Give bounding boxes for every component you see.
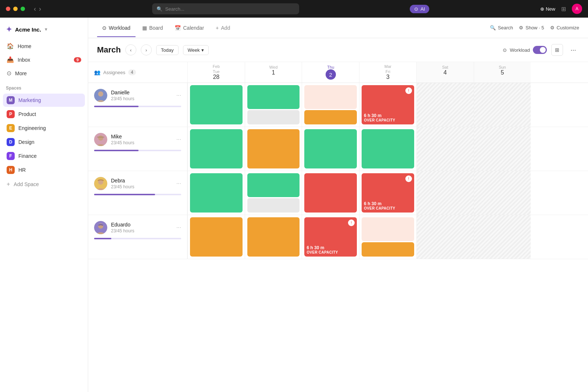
debra-progress-fill: [94, 194, 155, 195]
workspace-name: Acme Inc.: [15, 26, 41, 33]
filter-button[interactable]: ⊞: [551, 44, 563, 56]
ai-button[interactable]: ⊙ AI: [410, 5, 429, 13]
danielle-day-wed: [245, 83, 302, 127]
calendar-tab-icon: 📅: [175, 25, 181, 31]
user-avatar[interactable]: A: [572, 4, 582, 14]
danielle-more-button[interactable]: ···: [176, 92, 181, 99]
sidebar-item-more-label: More: [15, 70, 27, 76]
tab-add-button[interactable]: + Add: [211, 22, 235, 34]
mike-progress-fill: [94, 150, 139, 151]
week-selector[interactable]: Week ▾: [183, 45, 209, 55]
tab-board[interactable]: ▦ Board: [137, 22, 168, 34]
sidebar-item-marketing[interactable]: M Marketing: [3, 94, 85, 107]
danielle-name: Danielle: [111, 90, 134, 95]
date-num-5: 5: [501, 69, 504, 76]
debra-name: Debra: [111, 178, 134, 184]
debra-task-thu: [304, 173, 357, 213]
filter-icon: ⊞: [555, 47, 559, 53]
sidebar-item-inbox[interactable]: 📥 Inbox 9: [3, 53, 85, 66]
maximize-dot[interactable]: [21, 7, 25, 11]
global-search[interactable]: 🔍 Search...: [152, 3, 299, 14]
sidebar-item-design[interactable]: D Design: [3, 135, 85, 149]
danielle-task-tue: [190, 85, 243, 124]
debra-capacity-time: 6 h 30 m: [364, 201, 412, 206]
date-col-sat4: Sat 4: [416, 62, 474, 83]
danielle-hours: 23/45 hours: [111, 96, 134, 101]
week-label: Week: [188, 47, 200, 53]
debra-task-fri: ! 6 h 30 m OVER CAPACITY: [362, 173, 414, 213]
add-tab-label: Add: [221, 25, 230, 31]
workload-area: March ‹ › Today Week ▾ ⊙ Workload ⊞: [88, 38, 588, 392]
new-label: New: [546, 6, 555, 12]
eduardo-day-tue: [187, 215, 245, 259]
sidebar-item-engineering[interactable]: E Engineering: [3, 121, 85, 135]
today-button[interactable]: Today: [156, 45, 179, 55]
eduardo-day-sat: [416, 215, 474, 259]
sidebar-item-more[interactable]: ⊙ More: [3, 67, 85, 80]
date-col-thu2: Thu 2: [302, 62, 359, 83]
debra-more-button[interactable]: ···: [176, 180, 181, 187]
danielle-day-thu: [302, 83, 359, 127]
over-capacity-time: 6 h 30 m: [364, 113, 412, 118]
forward-button[interactable]: ›: [39, 5, 41, 13]
hr-dot: H: [7, 166, 15, 174]
sidebar-item-hr[interactable]: H HR: [3, 163, 85, 177]
date-month-mar: Mar: [384, 64, 391, 69]
debra-day-tue: [187, 171, 245, 215]
tab-calendar[interactable]: 📅 Calendar: [169, 22, 209, 34]
window-controls: [6, 7, 25, 11]
marketing-dot: M: [7, 96, 15, 104]
workload-grid: 👥 Assignees 4 Feb Tue 28: [88, 62, 588, 392]
next-month-button[interactable]: ›: [141, 44, 152, 55]
mike-day-fri: [359, 127, 416, 171]
date-num-3: 3: [386, 74, 390, 80]
mike-day-tue: [187, 127, 245, 171]
sidebar-item-home[interactable]: 🏠 Home: [3, 40, 85, 52]
workspace-chevron-icon: ▾: [45, 27, 47, 32]
debra-task-wed-1: [247, 173, 300, 197]
workload-header-right: ⊙ Workload ⊞ ···: [503, 44, 579, 56]
search-button[interactable]: 🔍 Search: [490, 25, 513, 30]
date-col-sun5: Sun 5: [474, 62, 531, 83]
date-dayname-tue: Tue: [213, 69, 220, 74]
eduardo-day-thu: ! 6 h 30 m OVER CAPACITY: [302, 215, 359, 259]
add-space-button[interactable]: + Add Space: [0, 178, 88, 190]
new-button[interactable]: ⊕ New: [540, 6, 555, 12]
assignee-info-debra: Debra 23/45 hours ···: [88, 171, 187, 215]
workload-tab-label: Workload: [109, 25, 130, 31]
prev-month-button[interactable]: ‹: [125, 44, 136, 55]
show-label: Show · 5: [526, 25, 544, 30]
workload-toggle[interactable]: ⊙ Workload: [503, 46, 547, 54]
customize-button[interactable]: ⚙ Customize: [550, 25, 579, 30]
board-tab-label: Board: [149, 25, 163, 31]
grid-icon[interactable]: ⊞: [561, 6, 566, 12]
assignee-row-danielle: Danielle 23/45 hours ···: [88, 83, 588, 127]
minimize-dot[interactable]: [13, 7, 18, 11]
date-num-4: 4: [444, 69, 447, 76]
mike-more-button[interactable]: ···: [176, 136, 181, 143]
eduardo-task-wed: [247, 217, 300, 257]
workspace-header[interactable]: ✦ Acme Inc. ▾: [0, 22, 88, 40]
svg-point-3: [98, 135, 103, 141]
date-dayname-sat: Sat: [442, 65, 448, 69]
sidebar-item-product[interactable]: P Product: [3, 108, 85, 121]
sidebar-item-inbox-label: Inbox: [18, 57, 30, 63]
tab-workload[interactable]: ⊙ Workload: [97, 22, 136, 34]
sidebar-item-home-label: Home: [18, 43, 31, 49]
spaces-list: M Marketing P Product E Engineering D De…: [0, 94, 88, 177]
back-button[interactable]: ‹: [34, 5, 36, 13]
more-options-button[interactable]: ···: [567, 44, 579, 56]
hr-label: HR: [18, 167, 26, 173]
date-col-fri3: Mar Fri 3: [359, 62, 416, 83]
sidebar-item-finance[interactable]: F Finance: [3, 149, 85, 163]
toggle-switch[interactable]: [533, 46, 547, 54]
debra-day-thu: [302, 171, 359, 215]
eduardo-more-button[interactable]: ···: [176, 224, 181, 231]
debra-hours: 23/45 hours: [111, 184, 134, 189]
close-dot[interactable]: [6, 7, 10, 11]
eduardo-day-wed: [245, 215, 302, 259]
show-button[interactable]: ⚙ Show · 5: [519, 25, 544, 30]
inbox-icon: 📥: [7, 56, 14, 63]
week-chevron-icon: ▾: [201, 47, 204, 53]
mike-avatar: [94, 133, 107, 146]
